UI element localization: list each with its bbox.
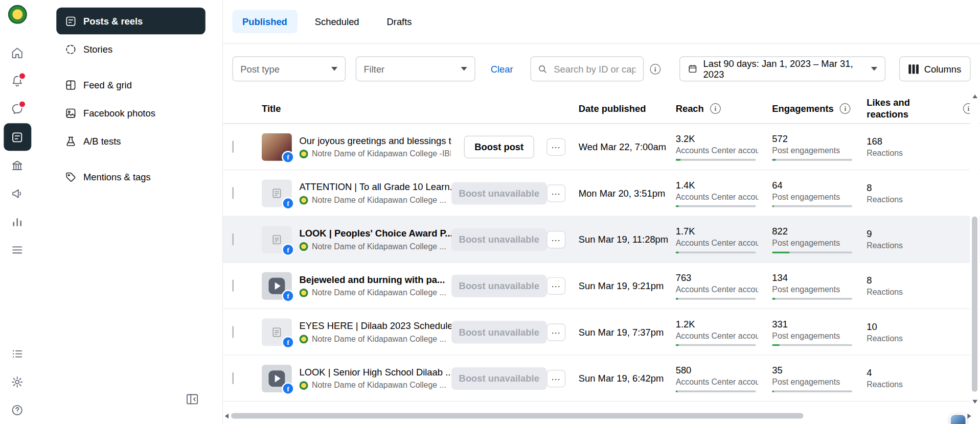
row-checkbox[interactable]: [232, 233, 233, 245]
tab-scheduled[interactable]: Scheduled: [305, 10, 369, 33]
megaphone-icon: [11, 187, 24, 200]
likes-value: 9: [867, 228, 980, 239]
all-tools-nav[interactable]: [4, 236, 31, 264]
sidebar-item-label: A/B tests: [83, 136, 121, 147]
tasks-nav[interactable]: [4, 340, 31, 367]
engagements-info-icon[interactable]: i: [840, 103, 851, 113]
post-title[interactable]: LOOK | Senior High School Dilaab ...: [300, 367, 452, 378]
post-title[interactable]: LOOK | Peoples' Choice Award P...: [300, 228, 452, 239]
row-checkbox[interactable]: [232, 140, 233, 152]
search-input[interactable]: [553, 63, 637, 75]
post-title[interactable]: Bejeweled and burning with pa...: [300, 274, 452, 285]
row-checkbox[interactable]: [232, 326, 233, 338]
search-icon: [537, 63, 548, 74]
likes-cell: 8 Reactions: [860, 275, 980, 297]
likes-subtext: Reactions: [867, 287, 949, 296]
reach-cell: 580 Accounts Center accou...: [669, 365, 765, 392]
engagements-cell: 331 Post engagements: [765, 318, 860, 346]
content-nav[interactable]: [4, 123, 31, 151]
row-checkbox[interactable]: [232, 187, 233, 199]
date-range-button[interactable]: Last 90 days: Jan 1, 2023 – Mar 31, 2023: [679, 56, 885, 81]
collapse-sidebar-button[interactable]: [185, 392, 199, 407]
tab-published[interactable]: Published: [232, 10, 297, 33]
scroll-up-arrow[interactable]: [972, 95, 977, 98]
page-name: Notre Dame of Kidapawan College ...: [312, 381, 446, 390]
row-menu-button[interactable]: ...: [546, 277, 565, 294]
post-title[interactable]: EYES HERE | Dilaab 2023 Schedule...: [300, 320, 452, 331]
reach-bar: [676, 159, 756, 161]
calendar-icon: [688, 63, 698, 75]
row-menu-button[interactable]: ...: [546, 184, 565, 202]
likes-subtext: Reactions: [867, 195, 949, 204]
post-title[interactable]: ATTENTION | To all Grade 10 Learn...: [300, 181, 452, 192]
main-content: Published Scheduled Drafts Post type Fil…: [222, 0, 980, 424]
home-nav[interactable]: [4, 39, 31, 66]
clear-filters-link[interactable]: Clear: [486, 63, 518, 74]
help-nav[interactable]: [4, 396, 31, 423]
text-post-icon: [270, 187, 283, 199]
vertical-scroll-thumb[interactable]: [972, 216, 977, 392]
row-menu-button[interactable]: ...: [546, 138, 565, 155]
sidebar-item-feed-grid[interactable]: Feed & grid: [56, 72, 206, 99]
table-row[interactable]: f Bejeweled and burning with pa... Notre…: [223, 263, 980, 309]
horizontal-scroll-track[interactable]: [231, 412, 965, 420]
reach-subtext: Accounts Center accou...: [676, 285, 759, 294]
inbox-nav[interactable]: [4, 95, 31, 123]
row-checkbox[interactable]: [232, 279, 233, 291]
table-row[interactable]: f EYES HERE | Dilaab 2023 Schedule... No…: [223, 309, 980, 356]
post-page-row: Notre Dame of Kidapawan College ...: [300, 334, 452, 343]
table-row[interactable]: f LOOK | Senior High School Dilaab ... N…: [223, 356, 980, 402]
date-published: Sun Mar 19, 9:21pm: [572, 280, 669, 291]
sidebar-item-ab-tests[interactable]: A/B tests: [56, 128, 206, 155]
insights-nav[interactable]: [4, 208, 31, 235]
scroll-left-arrow[interactable]: [225, 413, 229, 418]
columns-button[interactable]: Columns: [899, 56, 971, 81]
hamburger-icon: [11, 243, 24, 256]
scroll-down-arrow[interactable]: [972, 400, 977, 404]
likes-value: 10: [867, 321, 980, 332]
post-title[interactable]: Our joyous greetings and blessings to yo…: [300, 135, 452, 146]
facebook-badge-icon: f: [282, 382, 294, 394]
likes-cell: 8 Reactions: [860, 182, 980, 204]
table-row[interactable]: f LOOK | Peoples' Choice Award P... Notr…: [223, 217, 980, 263]
likes-cell: 168 Reactions: [860, 136, 980, 158]
column-header-reach: Reachi: [669, 103, 765, 113]
stories-icon: [64, 43, 77, 55]
column-header-likes: Likes and reactionsi: [860, 96, 980, 121]
sidebar-item-mentions-tags[interactable]: Mentions & tags: [56, 163, 206, 191]
ads-nav[interactable]: [4, 180, 31, 207]
chevron-down-icon: [461, 67, 467, 70]
search-info-icon[interactable]: i: [650, 63, 660, 74]
boost-button[interactable]: Boost post: [464, 135, 534, 158]
row-checkbox[interactable]: [232, 372, 233, 384]
table-row[interactable]: f ATTENTION | To all Grade 10 Learn... N…: [223, 170, 980, 217]
reach-cell: 1.4K Accounts Center accou...: [669, 179, 765, 207]
filter-dropdown[interactable]: Filter: [355, 56, 475, 81]
engagements-cell: 64 Post engagements: [765, 179, 860, 207]
floating-profile-avatar[interactable]: [949, 414, 967, 424]
row-menu-button[interactable]: ...: [546, 369, 565, 387]
engagements-value: 331: [772, 318, 859, 329]
sidebar-item-posts-reels[interactable]: Posts & reels: [56, 8, 206, 35]
sidebar-item-facebook-photos[interactable]: Facebook photos: [56, 100, 206, 127]
vertical-scroll-track[interactable]: [970, 100, 979, 398]
reach-info-icon[interactable]: i: [710, 103, 721, 113]
business-logo[interactable]: [8, 5, 27, 24]
settings-nav[interactable]: [4, 368, 31, 395]
row-menu-button[interactable]: ...: [546, 323, 565, 341]
sidebar-item-stories[interactable]: Stories: [56, 36, 206, 63]
table-row[interactable]: f Our joyous greetings and blessings to …: [223, 124, 980, 171]
scroll-right-arrow[interactable]: [967, 413, 971, 418]
row-menu-button[interactable]: ...: [546, 230, 565, 248]
search-box: [531, 56, 644, 81]
monetization-nav[interactable]: [4, 151, 31, 179]
play-icon: [268, 370, 285, 387]
notifications-nav[interactable]: [4, 67, 31, 95]
date-published: Sun Mar 19, 11:28pm: [572, 234, 669, 245]
post-type-dropdown[interactable]: Post type: [232, 56, 345, 81]
reach-value: 763: [676, 272, 765, 282]
horizontal-scroll-thumb[interactable]: [231, 413, 804, 418]
reach-subtext: Accounts Center accou...: [676, 238, 759, 247]
boost-button: Boost unavailable: [451, 274, 547, 297]
tab-drafts[interactable]: Drafts: [377, 10, 422, 33]
